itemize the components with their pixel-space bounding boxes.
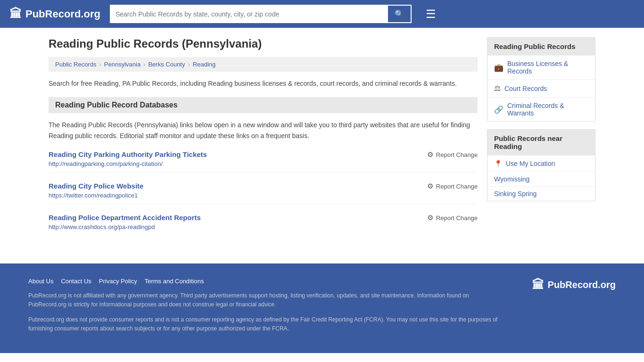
report-change-1[interactable]: ⚙ Report Change — [427, 182, 478, 190]
breadcrumb-sep-3: › — [188, 61, 190, 68]
link-icon: 🔗 — [494, 105, 504, 114]
site-header: 🏛 PubRecord.org 🔍 ☰ — [0, 0, 644, 28]
search-bar: 🔍 — [110, 5, 412, 23]
footer-logo: 🏛 PubRecord.org — [532, 278, 616, 292]
footer-links: About Us Contact Us Privacy Policy Terms… — [28, 278, 504, 285]
record-row-0: Reading City Parking Authority Parking T… — [49, 150, 478, 167]
breadcrumb-item-public-records[interactable]: Public Records — [55, 61, 96, 68]
report-change-0[interactable]: ⚙ Report Change — [427, 150, 478, 159]
record-info-0: Reading City Parking Authority Parking T… — [49, 150, 207, 167]
page-title: Reading Public Records (Pennsylvania) — [49, 37, 478, 50]
footer-link-about[interactable]: About Us — [28, 278, 53, 285]
report-change-label-1: Report Change — [436, 183, 478, 190]
report-icon-0: ⚙ — [427, 150, 433, 159]
sidebar-reading-title: Reading Public Records — [487, 38, 595, 55]
sidebar: Reading Public Records 💼 Business Licens… — [487, 37, 595, 245]
record-title-2[interactable]: Reading Police Department Accident Repor… — [49, 214, 201, 222]
footer-right: 🏛 PubRecord.org — [532, 278, 616, 292]
breadcrumb-item-reading[interactable]: Reading — [193, 61, 215, 68]
menu-icon[interactable]: ☰ — [426, 8, 436, 21]
record-url-1[interactable]: https://twitter.com/readingpolice1 — [49, 192, 143, 199]
record-info-1: Reading City Police Website https://twit… — [49, 182, 143, 199]
sidebar-nearby-title: Public Records near Reading — [487, 130, 595, 155]
sidebar-item-court[interactable]: ⚖ Court Records — [487, 79, 595, 97]
breadcrumb-sep-1: › — [99, 61, 101, 68]
footer-link-privacy[interactable]: Privacy Policy — [99, 278, 137, 285]
breadcrumb: Public Records › Pennsylvania › Berks Co… — [49, 57, 478, 72]
footer-left: About Us Contact Us Privacy Policy Terms… — [28, 278, 504, 339]
sidebar-item-business[interactable]: 💼 Business Licenses & Records — [487, 55, 595, 79]
sidebar-reading-box: Reading Public Records 💼 Business Licens… — [487, 37, 595, 122]
page-description: Search for free Reading, PA Public Recor… — [49, 78, 478, 89]
sidebar-nearby-box: Public Records near Reading 📍 Use My Loc… — [487, 129, 595, 201]
report-change-2[interactable]: ⚙ Report Change — [427, 214, 478, 222]
sidebar-business-label: Business Licenses & Records — [507, 60, 588, 75]
sidebar-court-label: Court Records — [504, 85, 547, 92]
search-button[interactable]: 🔍 — [387, 5, 412, 23]
record-row-2: Reading Police Department Accident Repor… — [49, 214, 478, 230]
footer-disclaimer-1: PubRecord.org is not affiliated with any… — [28, 291, 504, 309]
footer-logo-text: PubRecord.org — [548, 280, 616, 290]
site-logo[interactable]: 🏛 PubRecord.org — [9, 7, 100, 21]
report-change-label-0: Report Change — [436, 151, 478, 158]
report-icon-2: ⚙ — [427, 214, 433, 222]
use-my-location-label: Use My Location — [506, 160, 555, 167]
sidebar-criminal-label: Criminal Records & Warrants — [507, 102, 588, 117]
main-container: Reading Public Records (Pennsylvania) Pu… — [39, 28, 605, 263]
record-info-2: Reading Police Department Accident Repor… — [49, 214, 201, 230]
footer-link-terms[interactable]: Terms and Conditions — [145, 278, 204, 285]
site-footer: About Us Contact Us Privacy Policy Terms… — [0, 263, 644, 353]
logo-icon: 🏛 — [9, 7, 22, 21]
sidebar-link-sinking-spring[interactable]: Sinking Spring — [487, 186, 595, 201]
breadcrumb-item-berks-county[interactable]: Berks County — [148, 61, 185, 68]
search-icon: 🔍 — [395, 10, 404, 18]
briefcase-icon: 💼 — [494, 63, 504, 72]
db-section-header: Reading Public Record Databases — [49, 97, 478, 113]
content-area: Reading Public Records (Pennsylvania) Pu… — [49, 37, 478, 245]
record-title-0[interactable]: Reading City Parking Authority Parking T… — [49, 150, 207, 158]
record-entry-2: Reading Police Department Accident Repor… — [49, 214, 478, 235]
footer-link-contact[interactable]: Contact Us — [61, 278, 91, 285]
record-entry-1: Reading City Police Website https://twit… — [49, 182, 478, 204]
sidebar-item-criminal[interactable]: 🔗 Criminal Records & Warrants — [487, 97, 595, 121]
report-change-label-2: Report Change — [436, 214, 478, 222]
footer-disclaimer-2: Pubrecord.org does not provide consumer … — [28, 315, 504, 333]
scales-icon: ⚖ — [494, 84, 501, 93]
record-entry-0: Reading City Parking Authority Parking T… — [49, 150, 478, 173]
footer-logo-icon: 🏛 — [532, 278, 544, 292]
search-input[interactable] — [110, 5, 387, 23]
sidebar-link-wyomissing[interactable]: Wyomissing — [487, 172, 595, 186]
record-title-1[interactable]: Reading City Police Website — [49, 182, 143, 190]
logo-text: PubRecord.org — [25, 8, 100, 20]
location-icon: 📍 — [494, 160, 502, 167]
record-url-2[interactable]: http://www.crashdocs.org/pa-readingpd — [49, 223, 201, 230]
record-url-0[interactable]: http://readingparking.com/parking-citati… — [49, 160, 207, 167]
report-icon-1: ⚙ — [427, 182, 433, 190]
breadcrumb-item-pennsylvania[interactable]: Pennsylvania — [104, 61, 140, 68]
record-row-1: Reading City Police Website https://twit… — [49, 182, 478, 199]
breadcrumb-sep-2: › — [143, 61, 145, 68]
use-my-location-button[interactable]: 📍 Use My Location — [487, 155, 595, 172]
db-description: The Reading Public Records (Pennsylvania… — [49, 120, 478, 141]
